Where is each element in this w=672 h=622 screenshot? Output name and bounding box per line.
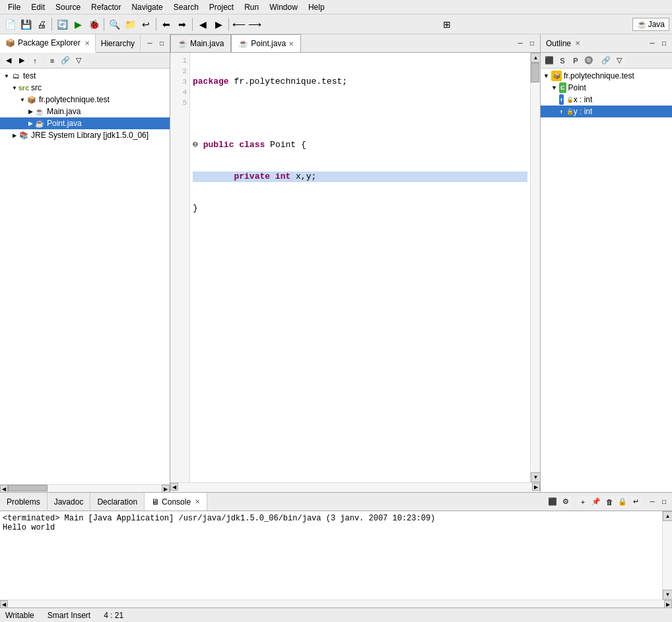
menu-run[interactable]: Run bbox=[239, 1, 264, 13]
outline-arrow-pkg[interactable]: ▼ bbox=[543, 73, 551, 79]
console-v-scrollbar[interactable]: ▲ ▼ bbox=[662, 511, 672, 600]
menu-refactor[interactable]: Refactor bbox=[86, 1, 126, 13]
editor-h-track[interactable] bbox=[178, 483, 532, 492]
tab-main-java[interactable]: ☕ Main.java bbox=[170, 34, 231, 52]
tree-item-jre[interactable]: 📚 JRE System Library [jdk1.5.0_06] bbox=[0, 129, 170, 141]
maximize-left-btn[interactable]: □ bbox=[156, 38, 167, 49]
tab-console[interactable]: 🖥 Console ✕ bbox=[145, 493, 207, 511]
pkg-collapse-btn[interactable]: ≡ bbox=[46, 55, 58, 67]
maximize-outline-btn[interactable]: □ bbox=[659, 38, 669, 49]
hide-nonpublic-btn[interactable]: P bbox=[570, 55, 582, 67]
arrow-src[interactable] bbox=[11, 84, 18, 92]
maximize-console-btn[interactable]: □ bbox=[659, 497, 669, 507]
prev-edit-btn[interactable]: ⬅ bbox=[159, 17, 174, 32]
v-scroll-up[interactable]: ▲ bbox=[531, 53, 540, 63]
point-java-close[interactable]: ✕ bbox=[288, 40, 294, 47]
v-scrollbar[interactable]: ▲ ▼ bbox=[530, 53, 540, 482]
menu-window[interactable]: Window bbox=[264, 1, 303, 13]
tree-item-point[interactable]: ▶ ☕ Point.java bbox=[0, 117, 170, 129]
back-btn[interactable]: ◀ bbox=[195, 17, 210, 32]
run-btn[interactable]: ▶ bbox=[71, 17, 85, 32]
tab-outline[interactable]: Outline ✕ bbox=[541, 34, 586, 52]
java-perspective-btn[interactable]: ☕ Java bbox=[632, 18, 669, 31]
new-console-btn[interactable]: + bbox=[577, 496, 589, 508]
menu-file[interactable]: File bbox=[3, 1, 26, 13]
console-h-track[interactable] bbox=[8, 600, 664, 607]
tree-item-main[interactable]: ▶ ☕ Main.java bbox=[0, 106, 170, 117]
forward-btn[interactable]: ▶ bbox=[211, 17, 226, 32]
menu-edit[interactable]: Edit bbox=[26, 1, 50, 13]
outline-arrow-class[interactable]: ▼ bbox=[551, 84, 559, 91]
h-scroll-thumb-left[interactable] bbox=[8, 485, 48, 491]
menu-help[interactable]: Help bbox=[303, 1, 330, 13]
tab-point-java[interactable]: ☕ Point.java ✕ bbox=[231, 34, 301, 52]
tab-problems[interactable]: Problems bbox=[0, 493, 48, 511]
menu-project[interactable]: Project bbox=[204, 1, 239, 13]
refresh-btn[interactable]: 🔄 bbox=[55, 17, 69, 32]
hide-fields-btn[interactable]: ⬛ bbox=[543, 55, 555, 67]
minimize-left-btn[interactable]: ─ bbox=[145, 38, 155, 49]
editor-h-right[interactable]: ▶ bbox=[532, 483, 540, 491]
print-btn[interactable]: 🖨 bbox=[34, 17, 49, 32]
debug-btn[interactable]: 🐞 bbox=[86, 17, 101, 32]
save-btn[interactable]: 💾 bbox=[18, 17, 33, 32]
arrow-jre[interactable] bbox=[11, 131, 18, 139]
pkg-link-btn[interactable]: 🔗 bbox=[59, 55, 71, 67]
code-editor[interactable]: 1 2 3 4 5 package fr.polytechnique.test;… bbox=[170, 53, 530, 482]
pin-console-btn[interactable]: 📌 bbox=[590, 496, 602, 508]
scroll-lock-btn[interactable]: 🔒 bbox=[617, 496, 628, 508]
tab-javadoc[interactable]: Javadoc bbox=[48, 493, 91, 511]
arrow-test[interactable] bbox=[3, 72, 11, 80]
h-scroll-right[interactable]: ▶ bbox=[162, 485, 170, 492]
outline-item-x[interactable]: f 🔒 x : int bbox=[541, 94, 672, 106]
tree-item-pkg[interactable]: 📦 fr.polytechnique.test bbox=[0, 94, 170, 106]
menu-source[interactable]: Source bbox=[50, 1, 86, 13]
minimize-editor-btn[interactable]: ─ bbox=[515, 38, 525, 49]
console-h-scrollbar[interactable]: ◀ ▶ bbox=[0, 600, 672, 607]
console-settings-btn[interactable]: ⚙ bbox=[560, 496, 572, 508]
outline-close[interactable]: ✕ bbox=[575, 40, 580, 47]
pkg-up-btn[interactable]: ↑ bbox=[29, 55, 41, 67]
tree-item-test[interactable]: 🗂 test bbox=[0, 70, 170, 82]
arrow-point[interactable]: ▶ bbox=[26, 119, 34, 127]
pkg-explorer-close[interactable]: ✕ bbox=[84, 40, 90, 47]
hide-static-btn[interactable]: S bbox=[556, 55, 568, 67]
minimize-outline-btn[interactable]: ─ bbox=[647, 38, 657, 49]
console-area[interactable]: <terminated> Main [Java Application] /us… bbox=[0, 511, 662, 600]
outline-item-class[interactable]: ▼ C Point bbox=[541, 82, 672, 94]
outline-item-y[interactable]: f 🔒 y : int bbox=[541, 106, 672, 117]
tree-item-src[interactable]: src src bbox=[0, 82, 170, 94]
open-type-btn[interactable]: 🔍 bbox=[107, 17, 121, 32]
outline-sort-btn[interactable]: 🔘 bbox=[583, 55, 595, 67]
outline-item-pkg[interactable]: ▼ 📦 fr.polytechnique.test bbox=[541, 70, 672, 82]
pkg-back-btn[interactable]: ◀ bbox=[3, 55, 15, 67]
minimize-console-btn[interactable]: ─ bbox=[647, 497, 657, 507]
pkg-forward-btn[interactable]: ▶ bbox=[16, 55, 28, 67]
v-scroll-track[interactable] bbox=[531, 63, 540, 472]
new-btn[interactable]: 📄 bbox=[3, 17, 17, 32]
perspective-toggle[interactable]: ⊞ bbox=[440, 17, 454, 32]
open-resource-btn[interactable]: 📁 bbox=[123, 17, 137, 32]
console-close[interactable]: ✕ bbox=[195, 498, 200, 505]
outline-link-btn[interactable]: 🔗 bbox=[600, 55, 612, 67]
h-scroll-left[interactable]: ◀ bbox=[0, 485, 8, 492]
editor-h-scrollbar[interactable]: ◀ ▶ bbox=[170, 482, 540, 492]
tab-declaration[interactable]: Declaration bbox=[90, 493, 145, 511]
outline-menu-btn[interactable]: ▽ bbox=[613, 55, 625, 67]
last-edit-btn[interactable]: ⟵ bbox=[232, 17, 246, 32]
outline-tree[interactable]: ▼ 📦 fr.polytechnique.test ▼ C Point f 🔒 … bbox=[541, 69, 672, 492]
next-edit2-btn[interactable]: ⟶ bbox=[248, 17, 262, 32]
menu-navigate[interactable]: Navigate bbox=[126, 1, 168, 13]
console-v-track[interactable] bbox=[663, 521, 672, 590]
h-scroll-track-left[interactable] bbox=[8, 485, 162, 492]
console-v-down[interactable]: ▼ bbox=[663, 590, 672, 600]
arrow-pkg[interactable] bbox=[18, 96, 26, 104]
arrow-main[interactable]: ▶ bbox=[26, 108, 34, 115]
console-v-up[interactable]: ▲ bbox=[663, 511, 672, 521]
tab-package-explorer[interactable]: 📦 Package Explorer ✕ bbox=[0, 34, 96, 53]
v-scroll-down[interactable]: ▼ bbox=[531, 472, 540, 482]
console-h-left[interactable]: ◀ bbox=[0, 600, 8, 608]
clear-console-btn[interactable]: 🗑 bbox=[603, 496, 615, 508]
organize-imports-btn[interactable]: ↩ bbox=[139, 17, 153, 32]
code-content[interactable]: package fr.polytechnique.test; ⊖ public … bbox=[190, 53, 530, 482]
